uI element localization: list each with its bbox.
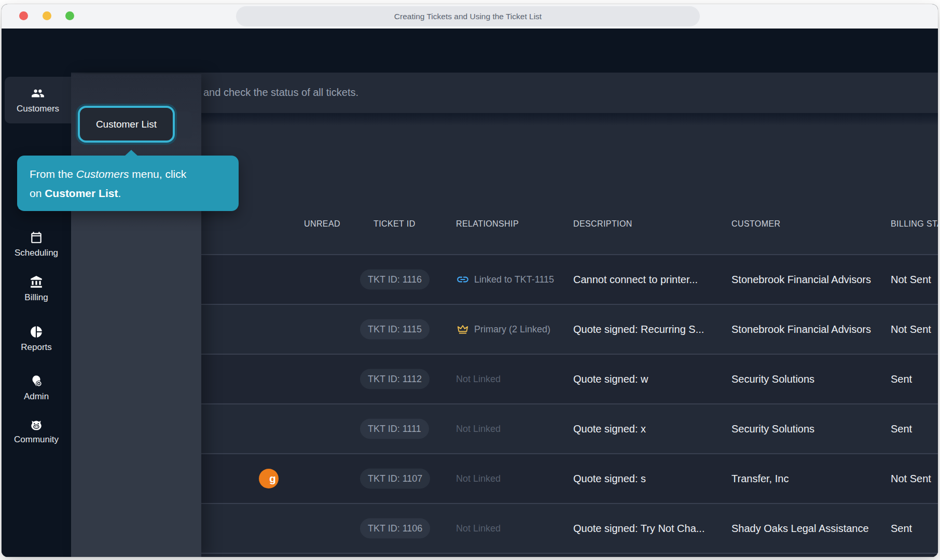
relationship-cell: Not Linked — [456, 523, 501, 534]
sidebar-item-customers[interactable]: Customers — [5, 77, 71, 123]
bank-icon — [30, 275, 43, 289]
ticket-id-pill: TKT ID: 1112 — [360, 369, 430, 389]
ticket-id-pill: TKT ID: 1106 — [360, 519, 430, 539]
description-cell: Quote signed: s — [573, 473, 646, 485]
column-header-relationship[interactable]: RELATIONSHIP — [456, 219, 519, 229]
column-header-unread[interactable]: UNREAD — [304, 219, 340, 229]
ticket-id-pill: TKT ID: 1107 — [360, 469, 430, 489]
ticket-id-pill: TKT ID: 1116 — [360, 270, 430, 290]
relationship-label: Not Linked — [456, 374, 501, 385]
billing-status-cell: Sent — [891, 523, 912, 535]
billing-status-cell: Not Sent — [891, 473, 931, 485]
sidebar-item-reports[interactable]: Reports — [2, 325, 71, 353]
customer-cell: Shady Oaks Legal Assistance — [731, 523, 869, 535]
sidebar-item-billing[interactable]: Billing — [2, 275, 71, 303]
billing-status-cell: Not Sent — [891, 324, 931, 335]
relationship-label: Primary (2 Linked) — [474, 324, 550, 335]
relationship-label: Not Linked — [456, 523, 501, 534]
customer-cell: Security Solutions — [731, 373, 814, 385]
admin-badge-icon — [30, 374, 43, 388]
relationship-cell: Linked to TKT-1115 — [456, 273, 554, 286]
customer-cell: Stonebrook Financial Advisors — [731, 274, 871, 286]
relationship-cell: Not Linked — [456, 374, 501, 385]
tooltip-text-segment: Customer List — [45, 187, 118, 199]
description-cell: Cannot connect to printer... — [573, 274, 698, 286]
intro-text-clipped: and check the status of all tickets. — [203, 87, 358, 99]
ticket-id-pill: TKT ID: 1111 — [360, 419, 429, 439]
relationship-label: Not Linked — [456, 424, 501, 435]
window-titlebar: Creating Tickets and Using the Ticket Li… — [2, 4, 938, 29]
people-icon — [31, 87, 45, 100]
instruction-tooltip: From the Customers menu, clickon Custome… — [17, 156, 239, 211]
column-header-description[interactable]: DESCRIPTION — [573, 219, 632, 229]
customers-flyout-panel: Customer List — [71, 74, 201, 557]
sidebar-item-community[interactable]: Community — [2, 417, 71, 445]
app-window: Creating Tickets and Using the Ticket Li… — [2, 4, 938, 557]
pie-chart-icon — [30, 325, 43, 339]
relationship-label: Linked to TKT-1115 — [474, 274, 554, 285]
description-cell: Quote signed: Try Not Cha... — [573, 523, 704, 535]
minimize-window-button[interactable] — [43, 11, 51, 20]
link-icon — [456, 273, 469, 286]
tooltip-text-segment: From the — [30, 168, 76, 180]
column-header-ticket-id[interactable]: TICKET ID — [374, 219, 416, 229]
column-header-customer[interactable]: CUSTOMER — [731, 219, 780, 229]
sidebar-item-label: Reports — [21, 342, 52, 353]
description-cell: Quote signed: Recurring S... — [573, 324, 704, 335]
menu-item-customer-list[interactable]: Customer List — [78, 106, 175, 143]
pig-icon — [30, 417, 43, 431]
calendar-icon — [30, 231, 43, 244]
tooltip-text-segment: Customers — [76, 168, 129, 180]
tooltip-text-segment: . — [118, 187, 121, 199]
sidebar-item-label: Customers — [17, 104, 59, 114]
customer-cell: Security Solutions — [731, 423, 814, 435]
status-badge: g — [259, 469, 279, 488]
description-cell: Quote signed: x — [573, 423, 646, 435]
sidebar-item-label: Community — [14, 435, 59, 445]
sidebar-item-label: Admin — [24, 391, 49, 402]
customer-cell: Stonebrook Financial Advisors — [731, 324, 871, 335]
sidebar-item-label: Billing — [24, 292, 48, 303]
relationship-cell: Not Linked — [456, 424, 501, 435]
customer-cell: Transfer, Inc — [731, 473, 789, 485]
tooltip-text-segment: on — [30, 187, 45, 199]
window-title: Creating Tickets and Using the Ticket Li… — [236, 6, 700, 26]
tooltip-text: From the Customers menu, clickon Custome… — [30, 164, 227, 203]
sidebar-item-admin[interactable]: Admin — [2, 374, 71, 402]
sidebar-nav: Customers Inventory Scheduling Bi — [2, 29, 71, 557]
tooltip-text-segment: menu, click — [129, 168, 186, 180]
description-cell: Quote signed: w — [573, 373, 648, 385]
billing-status-cell: Not Sent — [891, 274, 931, 286]
ticket-id-pill: TKT ID: 1115 — [360, 319, 430, 340]
relationship-cell: Not Linked — [456, 473, 501, 484]
zoom-window-button[interactable] — [65, 11, 74, 20]
app-header-bar — [2, 29, 938, 73]
tooltip-arrow — [125, 150, 138, 156]
relationship-cell: Primary (2 Linked) — [456, 323, 550, 336]
column-header-billing-status[interactable]: BILLING STATUS — [891, 219, 938, 229]
billing-status-cell: Sent — [891, 423, 912, 435]
close-window-button[interactable] — [19, 11, 28, 20]
sidebar-item-scheduling[interactable]: Scheduling — [2, 231, 71, 258]
crown-icon — [456, 323, 469, 336]
sidebar-item-label: Scheduling — [15, 248, 58, 258]
relationship-label: Not Linked — [456, 473, 501, 484]
billing-status-cell: Sent — [891, 373, 912, 385]
app-root: and check the status of all tickets. UNR… — [2, 29, 938, 557]
